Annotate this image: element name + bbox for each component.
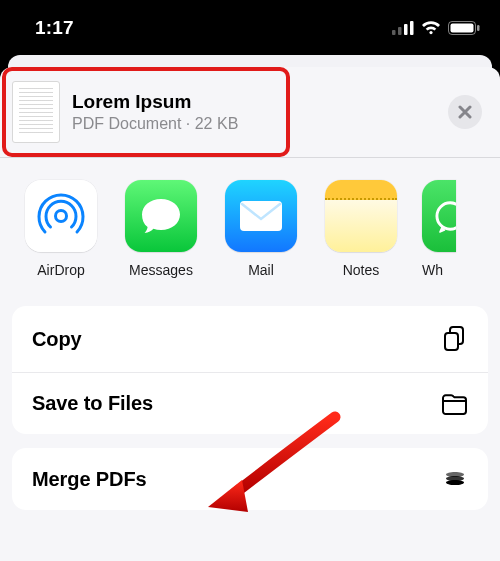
svg-rect-9 <box>240 201 282 231</box>
close-button[interactable] <box>448 95 482 129</box>
share-sheet: Lorem Ipsum PDF Document · 22 KB <box>0 67 500 561</box>
document-subtitle: PDF Document · 22 KB <box>72 114 436 134</box>
share-messages[interactable]: Messages <box>122 180 200 278</box>
status-indicators <box>392 21 480 35</box>
svg-rect-6 <box>477 25 480 31</box>
document-meta: Lorem Ipsum PDF Document · 22 KB <box>72 90 436 134</box>
svg-rect-5 <box>451 23 474 32</box>
copy-icon <box>442 325 468 353</box>
share-whatsapp[interactable]: Wh <box>422 180 456 278</box>
svg-rect-12 <box>445 333 458 350</box>
notes-icon <box>325 180 397 252</box>
battery-icon <box>448 21 480 35</box>
mail-icon <box>225 180 297 252</box>
action-save-to-files-label: Save to Files <box>32 392 153 415</box>
share-notes[interactable]: Notes <box>322 180 400 278</box>
svg-rect-0 <box>392 30 396 35</box>
messages-icon <box>125 180 197 252</box>
close-icon <box>458 105 472 119</box>
document-title: Lorem Ipsum <box>72 90 436 114</box>
share-airdrop[interactable]: AirDrop <box>22 180 100 278</box>
status-time: 1:17 <box>35 17 74 39</box>
wifi-icon <box>421 21 441 35</box>
share-notes-label: Notes <box>343 262 380 278</box>
svg-rect-1 <box>398 27 402 35</box>
action-copy-label: Copy <box>32 328 82 351</box>
stack-icon <box>442 467 468 491</box>
actions-group-2: Merge PDFs <box>12 448 488 510</box>
share-mail-label: Mail <box>248 262 274 278</box>
signal-icon <box>392 21 414 35</box>
share-airdrop-label: AirDrop <box>37 262 84 278</box>
action-merge-pdfs-label: Merge PDFs <box>32 468 147 491</box>
share-mail[interactable]: Mail <box>222 180 300 278</box>
svg-point-10 <box>437 203 456 229</box>
svg-rect-2 <box>404 24 408 35</box>
svg-point-8 <box>57 212 65 220</box>
share-messages-label: Messages <box>129 262 193 278</box>
share-whatsapp-label: Wh <box>422 262 456 278</box>
share-app-row[interactable]: AirDrop Messages Mail Notes <box>0 158 500 288</box>
document-thumbnail <box>12 81 60 143</box>
airdrop-icon <box>25 180 97 252</box>
action-save-to-files[interactable]: Save to Files <box>12 372 488 434</box>
svg-rect-3 <box>410 21 414 35</box>
action-copy[interactable]: Copy <box>12 306 488 372</box>
status-bar: 1:17 <box>0 0 500 55</box>
document-header: Lorem Ipsum PDF Document · 22 KB <box>0 67 500 157</box>
whatsapp-icon <box>422 180 456 252</box>
actions-group-1: Copy Save to Files <box>12 306 488 434</box>
action-merge-pdfs[interactable]: Merge PDFs <box>12 448 488 510</box>
actions-list: Copy Save to Files <box>0 288 500 510</box>
folder-icon <box>441 393 468 415</box>
